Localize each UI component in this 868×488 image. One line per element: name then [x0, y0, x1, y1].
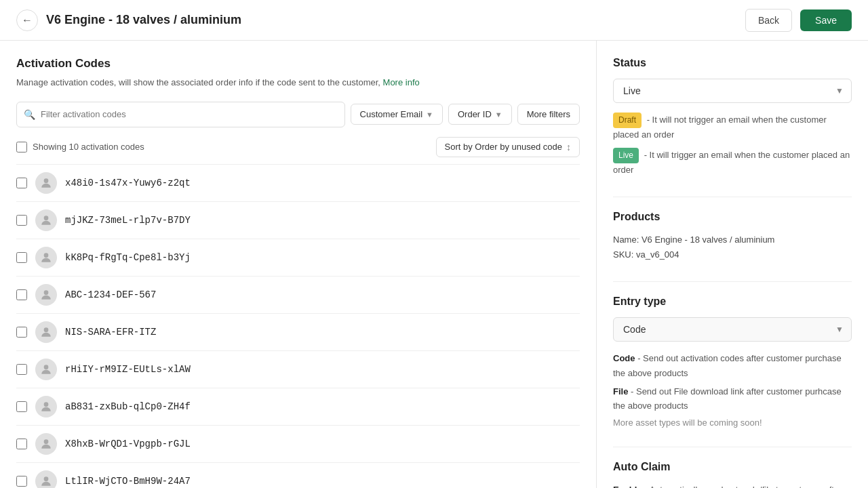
svg-point-2 — [44, 253, 49, 258]
code-row: LtlIR-WjCTO-BmH9W-24A7 — [16, 463, 580, 489]
code-row-checkbox[interactable] — [16, 364, 27, 375]
draft-badge: Draft — [613, 113, 642, 128]
code-row-checkbox[interactable] — [16, 439, 27, 449]
code-row-checkbox[interactable] — [16, 289, 27, 300]
svg-point-3 — [44, 290, 49, 295]
save-button[interactable]: Save — [800, 9, 852, 31]
code-text: kK8Pq-fRgTq-Cpe8l-b3Yj — [65, 252, 191, 263]
avatar — [35, 284, 57, 306]
swap-icon: ↕ — [566, 142, 571, 152]
live-status-info: Live - It will trigger an email when the… — [613, 148, 852, 178]
filters-row: 🔍 Customer Email ▼ Order ID ▼ More filte… — [16, 102, 580, 127]
code-list: x48i0-1s47x-Yuwy6-z2qt mjJKZ-73meL-rlp7v… — [16, 164, 580, 489]
svg-point-1 — [44, 216, 49, 220]
code-text: NIS-SARA-EFR-ITZ — [65, 327, 156, 338]
code-entry-desc: Code - Send out activation codes after c… — [613, 351, 852, 380]
svg-point-6 — [44, 402, 49, 407]
status-section: Status Live Draft ▼ Draft - It will not … — [613, 57, 852, 178]
sort-button[interactable]: Sort by Order by unused code ↕ — [436, 137, 580, 157]
avatar — [35, 433, 57, 455]
code-text: rHiIY-rM9IZ-EUtLs-xlAW — [65, 364, 191, 375]
status-select-wrap: Live Draft ▼ — [613, 79, 852, 103]
app-header: ← V6 Engine - 18 valves / aluminium Back… — [0, 0, 868, 41]
products-section-title: Products — [613, 211, 852, 223]
more-filters-button[interactable]: More filters — [517, 104, 580, 125]
avatar — [35, 470, 57, 489]
customer-email-filter-button[interactable]: Customer Email ▼ — [351, 104, 443, 125]
svg-point-8 — [44, 476, 49, 481]
divider-2 — [613, 281, 852, 282]
coming-soon-text: More asset types will be coming soon! — [613, 418, 852, 428]
code-text: aB831-zxBub-qlCp0-ZH4f — [65, 401, 191, 412]
entry-type-section: Entry type Code File ▼ Code - Send out a… — [613, 296, 852, 428]
select-all-wrap: Showing 10 activation codes — [16, 142, 144, 152]
select-all-checkbox[interactable] — [16, 142, 27, 152]
auto-claim-section: Auto Claim Enable - Automatically send o… — [613, 461, 852, 488]
draft-status-info: Draft - It will not trigger an email whe… — [613, 113, 852, 142]
products-section: Products Name: V6 Engine - 18 valves / a… — [613, 211, 852, 262]
entry-type-select[interactable]: Code File — [613, 317, 852, 342]
section-desc: Manage activation codes, will show the a… — [16, 76, 580, 89]
back-arrow-button[interactable]: ← — [16, 9, 38, 31]
chevron-down-icon: ▼ — [426, 110, 433, 119]
sort-label: Sort by Order by unused code — [445, 142, 562, 152]
main-layout: Activation Codes Manage activation codes… — [0, 41, 868, 488]
code-row: NIS-SARA-EFR-ITZ — [16, 314, 580, 351]
code-row-checkbox[interactable] — [16, 401, 27, 412]
header-left: ← V6 Engine - 18 valves / aluminium — [16, 9, 241, 31]
code-row-checkbox[interactable] — [16, 178, 27, 188]
search-input-wrap[interactable]: 🔍 — [16, 102, 345, 127]
search-input[interactable] — [41, 109, 338, 119]
divider — [613, 197, 852, 197]
code-text: ABC-1234-DEF-567 — [65, 289, 156, 300]
table-controls: Showing 10 activation codes Sort by Orde… — [16, 137, 580, 157]
svg-point-5 — [44, 365, 49, 369]
code-row: aB831-zxBub-qlCp0-ZH4f — [16, 388, 580, 426]
avatar — [35, 247, 57, 268]
header-right: Back Save — [745, 9, 852, 32]
auto-claim-desc: Enable - Automatically send out code/fil… — [613, 483, 852, 488]
order-id-filter-button[interactable]: Order ID ▼ — [448, 104, 512, 125]
code-text: X8hxB-WrQD1-Vpgpb-rGJL — [65, 439, 191, 449]
right-panel: Status Live Draft ▼ Draft - It will not … — [597, 41, 868, 488]
avatar — [35, 396, 57, 418]
code-row: ABC-1234-DEF-567 — [16, 277, 580, 314]
product-sku: SKU: va_v6_004 — [613, 247, 852, 262]
code-row: kK8Pq-fRgTq-Cpe8l-b3Yj — [16, 239, 580, 277]
section-title: Activation Codes — [16, 57, 580, 70]
code-text: mjJKZ-73meL-rlp7v-B7DY — [65, 215, 191, 226]
svg-point-7 — [44, 439, 49, 444]
code-row-checkbox[interactable] — [16, 327, 27, 338]
entry-select-wrap: Code File ▼ — [613, 317, 852, 342]
search-icon: 🔍 — [24, 109, 35, 120]
live-badge: Live — [613, 148, 639, 163]
back-button[interactable]: Back — [745, 9, 792, 32]
products-info: Name: V6 Engine - 18 valves / aluminium … — [613, 232, 852, 262]
more-info-link[interactable]: More info — [383, 77, 420, 87]
code-row: mjJKZ-73meL-rlp7v-B7DY — [16, 202, 580, 239]
code-row: X8hxB-WrQD1-Vpgpb-rGJL — [16, 426, 580, 463]
avatar — [35, 359, 57, 380]
code-row-checkbox[interactable] — [16, 215, 27, 226]
code-row: x48i0-1s47x-Yuwy6-z2qt — [16, 165, 580, 202]
page-title: V6 Engine - 18 valves / aluminium — [46, 13, 241, 27]
status-section-title: Status — [613, 57, 852, 69]
entry-type-section-title: Entry type — [613, 296, 852, 308]
code-text: LtlIR-WjCTO-BmH9W-24A7 — [65, 476, 191, 487]
avatar — [35, 321, 57, 343]
code-row-checkbox[interactable] — [16, 476, 27, 487]
code-row-checkbox[interactable] — [16, 252, 27, 263]
file-entry-desc: File - Send out File download link after… — [613, 384, 852, 413]
svg-point-4 — [44, 327, 49, 332]
chevron-down-icon: ▼ — [495, 110, 502, 119]
left-panel: Activation Codes Manage activation codes… — [0, 41, 597, 488]
auto-claim-title: Auto Claim — [613, 461, 852, 473]
showing-label: Showing 10 activation codes — [33, 142, 144, 152]
divider-3 — [613, 447, 852, 447]
avatar — [35, 209, 57, 231]
product-name: Name: V6 Engine - 18 valves / aluminium — [613, 232, 852, 247]
status-select[interactable]: Live Draft — [613, 79, 852, 103]
code-row: rHiIY-rM9IZ-EUtLs-xlAW — [16, 351, 580, 388]
avatar — [35, 172, 57, 194]
code-text: x48i0-1s47x-Yuwy6-z2qt — [65, 178, 191, 188]
